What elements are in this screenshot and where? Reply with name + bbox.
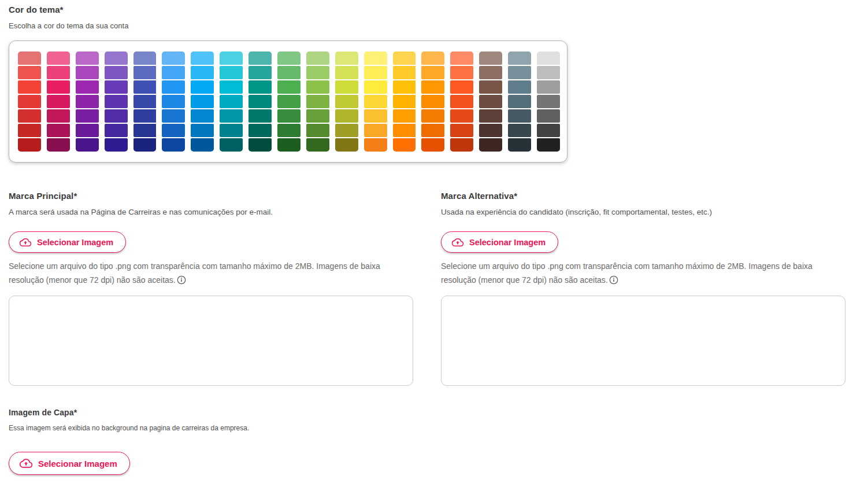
color-swatch-pink[interactable] bbox=[47, 80, 70, 94]
color-swatch-pink[interactable] bbox=[47, 66, 70, 79]
color-swatch-teal[interactable] bbox=[248, 66, 272, 79]
color-swatch-indigo[interactable] bbox=[133, 80, 157, 94]
color-swatch-blue-grey[interactable] bbox=[508, 109, 531, 123]
color-swatch-indigo[interactable] bbox=[133, 95, 157, 108]
color-swatch-blue[interactable] bbox=[162, 51, 185, 65]
color-swatch-pink[interactable] bbox=[47, 124, 70, 137]
color-swatch-deep-orange[interactable] bbox=[450, 124, 473, 137]
color-swatch-pink[interactable] bbox=[47, 138, 70, 152]
color-swatch-brown[interactable] bbox=[479, 51, 502, 65]
color-swatch-brown[interactable] bbox=[479, 66, 502, 79]
color-swatch-indigo[interactable] bbox=[133, 51, 157, 65]
color-swatch-grey[interactable] bbox=[537, 80, 560, 94]
color-swatch-blue[interactable] bbox=[162, 66, 185, 79]
color-swatch-cyan[interactable] bbox=[220, 109, 243, 123]
color-swatch-deep-orange[interactable] bbox=[450, 109, 473, 123]
info-icon[interactable] bbox=[609, 275, 618, 289]
main-brand-preview-dropzone[interactable] bbox=[9, 296, 413, 386]
color-swatch-grey[interactable] bbox=[537, 95, 560, 108]
color-swatch-lime[interactable] bbox=[335, 95, 358, 108]
color-swatch-red[interactable] bbox=[18, 138, 41, 152]
color-swatch-pink[interactable] bbox=[47, 95, 70, 108]
alt-brand-preview-dropzone[interactable] bbox=[441, 296, 845, 386]
color-swatch-blue-grey[interactable] bbox=[508, 124, 531, 137]
color-swatch-green[interactable] bbox=[277, 80, 301, 94]
color-swatch-indigo[interactable] bbox=[133, 66, 157, 79]
color-swatch-green[interactable] bbox=[277, 124, 301, 137]
color-swatch-orange[interactable] bbox=[421, 138, 444, 152]
color-swatch-light-blue[interactable] bbox=[191, 51, 214, 65]
color-swatch-light-green[interactable] bbox=[306, 80, 329, 94]
color-swatch-red[interactable] bbox=[18, 51, 41, 65]
color-swatch-indigo[interactable] bbox=[133, 109, 157, 123]
color-swatch-red[interactable] bbox=[18, 95, 41, 108]
color-swatch-purple[interactable] bbox=[76, 80, 99, 94]
color-swatch-light-blue[interactable] bbox=[191, 138, 214, 152]
color-swatch-brown[interactable] bbox=[479, 109, 502, 123]
color-swatch-purple[interactable] bbox=[76, 109, 99, 123]
color-swatch-light-green[interactable] bbox=[306, 138, 329, 152]
color-swatch-light-blue[interactable] bbox=[191, 109, 214, 123]
color-swatch-light-green[interactable] bbox=[306, 95, 329, 108]
color-swatch-yellow[interactable] bbox=[364, 80, 387, 94]
select-image-button-alt-brand[interactable]: Selecionar Imagem bbox=[441, 231, 558, 253]
color-swatch-grey[interactable] bbox=[537, 66, 560, 79]
color-swatch-blue[interactable] bbox=[162, 138, 185, 152]
color-swatch-light-green[interactable] bbox=[306, 109, 329, 123]
color-swatch-lime[interactable] bbox=[335, 80, 358, 94]
color-swatch-grey[interactable] bbox=[537, 109, 560, 123]
color-swatch-light-green[interactable] bbox=[306, 66, 329, 79]
color-swatch-green[interactable] bbox=[277, 95, 301, 108]
color-swatch-grey[interactable] bbox=[537, 51, 560, 65]
color-swatch-blue-grey[interactable] bbox=[508, 95, 531, 108]
color-swatch-red[interactable] bbox=[18, 109, 41, 123]
color-swatch-purple[interactable] bbox=[76, 124, 99, 137]
color-swatch-yellow[interactable] bbox=[364, 66, 387, 79]
color-swatch-yellow[interactable] bbox=[364, 95, 387, 108]
color-swatch-pink[interactable] bbox=[47, 109, 70, 123]
color-swatch-blue-grey[interactable] bbox=[508, 51, 531, 65]
color-swatch-teal[interactable] bbox=[248, 124, 272, 137]
color-swatch-brown[interactable] bbox=[479, 138, 502, 152]
color-swatch-deep-purple[interactable] bbox=[105, 109, 128, 123]
color-swatch-red[interactable] bbox=[18, 66, 41, 79]
color-swatch-green[interactable] bbox=[277, 51, 301, 65]
color-swatch-teal[interactable] bbox=[248, 51, 272, 65]
color-swatch-orange[interactable] bbox=[421, 124, 444, 137]
color-swatch-pink[interactable] bbox=[47, 51, 70, 65]
color-swatch-orange[interactable] bbox=[421, 66, 444, 79]
color-swatch-amber[interactable] bbox=[393, 138, 416, 152]
color-swatch-grey[interactable] bbox=[537, 124, 560, 137]
color-swatch-deep-orange[interactable] bbox=[450, 80, 473, 94]
color-swatch-yellow[interactable] bbox=[364, 51, 387, 65]
color-swatch-cyan[interactable] bbox=[220, 51, 243, 65]
color-swatch-cyan[interactable] bbox=[220, 124, 243, 137]
color-swatch-brown[interactable] bbox=[479, 95, 502, 108]
color-swatch-orange[interactable] bbox=[421, 109, 444, 123]
color-swatch-deep-purple[interactable] bbox=[105, 51, 128, 65]
color-swatch-green[interactable] bbox=[277, 109, 301, 123]
color-swatch-purple[interactable] bbox=[76, 138, 99, 152]
color-swatch-cyan[interactable] bbox=[220, 95, 243, 108]
color-swatch-teal[interactable] bbox=[248, 95, 272, 108]
color-swatch-cyan[interactable] bbox=[220, 138, 243, 152]
color-swatch-light-blue[interactable] bbox=[191, 124, 214, 137]
color-swatch-deep-purple[interactable] bbox=[105, 66, 128, 79]
color-swatch-amber[interactable] bbox=[393, 124, 416, 137]
color-swatch-deep-orange[interactable] bbox=[450, 95, 473, 108]
color-swatch-deep-orange[interactable] bbox=[450, 51, 473, 65]
color-swatch-indigo[interactable] bbox=[133, 138, 157, 152]
color-swatch-lime[interactable] bbox=[335, 124, 358, 137]
color-swatch-purple[interactable] bbox=[76, 95, 99, 108]
color-swatch-green[interactable] bbox=[277, 66, 301, 79]
color-swatch-deep-purple[interactable] bbox=[105, 80, 128, 94]
color-swatch-red[interactable] bbox=[18, 124, 41, 137]
color-swatch-orange[interactable] bbox=[421, 51, 444, 65]
color-swatch-grey[interactable] bbox=[537, 138, 560, 152]
color-swatch-deep-purple[interactable] bbox=[105, 138, 128, 152]
color-swatch-brown[interactable] bbox=[479, 80, 502, 94]
color-swatch-amber[interactable] bbox=[393, 109, 416, 123]
info-icon[interactable] bbox=[177, 275, 186, 289]
color-swatch-lime[interactable] bbox=[335, 51, 358, 65]
color-swatch-amber[interactable] bbox=[393, 95, 416, 108]
